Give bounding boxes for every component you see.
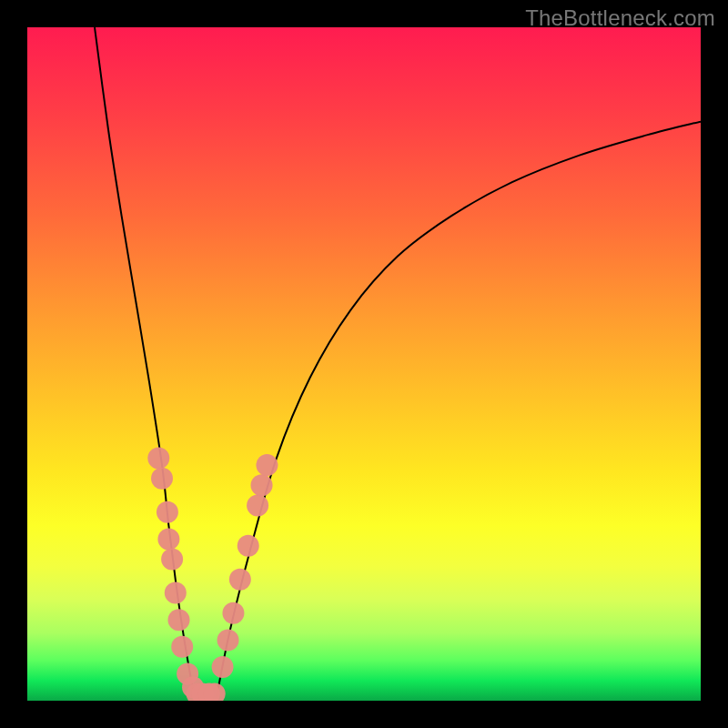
- marker-dots: [147, 448, 278, 701]
- marker-dot: [161, 549, 183, 571]
- marker-dot: [157, 501, 178, 523]
- marker-dot: [151, 468, 173, 490]
- marker-dot: [157, 528, 179, 550]
- marker-dot: [217, 629, 239, 651]
- marker-dot: [171, 636, 193, 658]
- marker-dot: [147, 448, 169, 470]
- marker-dot: [212, 656, 234, 678]
- v-curve-path: [95, 27, 701, 701]
- marker-dot: [247, 494, 268, 516]
- watermark-text: TheBottleneck.com: [525, 5, 715, 31]
- marker-dot: [165, 582, 187, 604]
- marker-dot: [256, 454, 278, 476]
- bottleneck-curve: [95, 27, 701, 701]
- marker-dot: [168, 609, 190, 631]
- marker-dot: [222, 602, 244, 624]
- marker-dot: [251, 474, 273, 496]
- chart-stage: TheBottleneck.com: [0, 0, 728, 728]
- marker-dot: [238, 535, 259, 557]
- marker-dot: [229, 569, 251, 591]
- chart-svg: [27, 27, 701, 701]
